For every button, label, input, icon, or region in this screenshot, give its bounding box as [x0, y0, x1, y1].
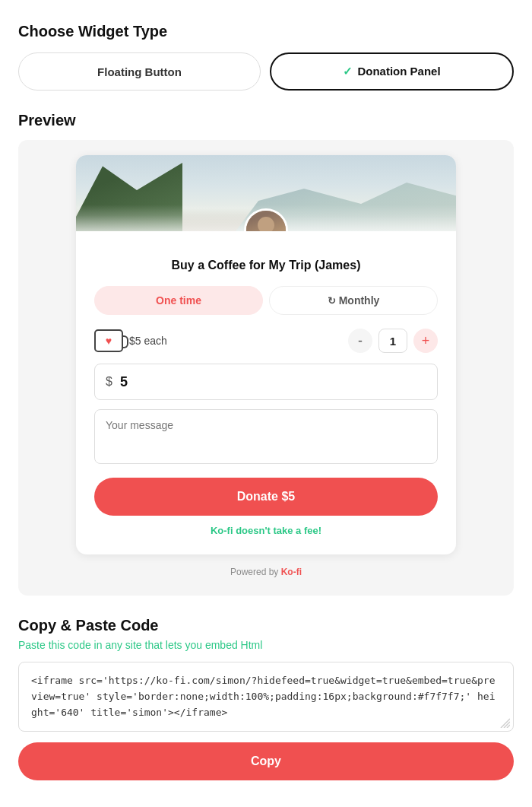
- preview-container: Buy a Coffee for My Trip (James) One tim…: [18, 140, 514, 596]
- coffee-label: ♥ $5 each: [94, 329, 167, 352]
- quantity-counter: - 1 +: [348, 329, 438, 353]
- amount-value: 5: [120, 374, 128, 390]
- widget-type-title: Choose Widget Type: [18, 23, 514, 40]
- card-banner: [76, 155, 456, 231]
- copy-section-title: Copy & Paste Code: [18, 617, 514, 634]
- svg-line-2: [507, 725, 510, 728]
- no-fee-text: Ko-fi doesn't take a fee!: [94, 525, 438, 536]
- widget-type-selector: Floating Button ✓Donation Panel: [18, 52, 514, 91]
- check-icon: ✓: [343, 65, 353, 78]
- amount-input-wrap[interactable]: $ 5: [94, 364, 438, 400]
- tab-one-time[interactable]: One time: [94, 286, 263, 315]
- tab-monthly[interactable]: ↻Monthly: [269, 286, 438, 315]
- powered-by-text: Powered by: [230, 567, 281, 577]
- donation-panel-option[interactable]: ✓Donation Panel: [270, 52, 514, 91]
- embed-code: <iframe src='https://ko-fi.com/simon/?hi…: [31, 675, 495, 718]
- avatar-head: [258, 217, 274, 231]
- decrement-button[interactable]: -: [348, 329, 372, 353]
- coffee-row: ♥ $5 each - 1 +: [94, 329, 438, 353]
- preview-label: Preview: [18, 112, 514, 129]
- dollar-sign: $: [106, 375, 112, 389]
- powered-by: Powered by Ko-fi: [33, 567, 499, 577]
- floating-button-option[interactable]: Floating Button: [18, 52, 261, 91]
- refresh-icon: ↻: [328, 295, 336, 307]
- copy-button[interactable]: Copy: [18, 742, 514, 780]
- message-input[interactable]: [94, 409, 438, 464]
- copy-subtitle: Paste this code in any site that lets yo…: [18, 639, 514, 651]
- resize-handle-icon: [498, 716, 510, 728]
- card-body: Buy a Coffee for My Trip (James) One tim…: [76, 231, 456, 554]
- svg-line-1: [504, 722, 510, 728]
- avatar-silhouette: [246, 211, 286, 231]
- increment-button[interactable]: +: [413, 329, 438, 353]
- code-box: <iframe src='https://ko-fi.com/simon/?hi…: [18, 662, 514, 732]
- payment-tabs: One time ↻Monthly: [94, 286, 438, 315]
- card-title: Buy a Coffee for My Trip (James): [94, 259, 438, 272]
- counter-display: 1: [378, 329, 407, 353]
- kofi-link[interactable]: Ko-fi: [281, 567, 302, 577]
- heart-icon: ♥: [106, 335, 112, 347]
- donation-card: Buy a Coffee for My Trip (James) One tim…: [76, 155, 456, 554]
- donate-button[interactable]: Donate $5: [94, 478, 438, 516]
- avatar: [244, 208, 288, 231]
- coffee-price-label: $5 each: [129, 335, 167, 347]
- coffee-icon: ♥: [94, 329, 123, 352]
